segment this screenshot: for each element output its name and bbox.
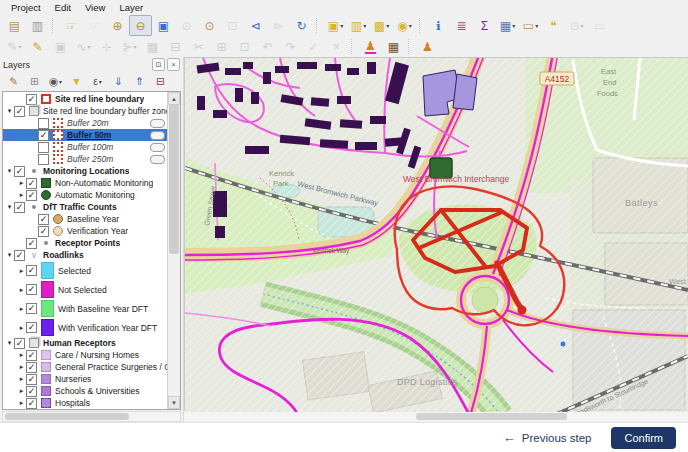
layer-visibility-checkbox[interactable]: ✓ [26, 178, 37, 189]
layer-visibility-checkbox[interactable]: ✓ [14, 106, 25, 117]
dropdown-arrow-icon[interactable]: ▾ [535, 22, 538, 29]
layer-visibility-checkbox[interactable]: ✓ [26, 322, 37, 333]
map-horizontal-scrollbar[interactable] [184, 412, 688, 421]
save-layer-edits-icon[interactable]: ▣ [49, 36, 72, 57]
layer-visibility-checkbox[interactable]: ✓ [38, 130, 49, 141]
layer-visibility-checkbox[interactable]: ✓ [26, 190, 37, 201]
street-view-person-icon[interactable]: ♟ [359, 36, 382, 57]
attribute-table-icon[interactable]: ▦▾ [496, 15, 519, 36]
menu-view[interactable]: View [78, 1, 112, 14]
statistical-summary-icon[interactable]: Σ [473, 15, 496, 36]
layer-visibility-checkbox[interactable]: ✓ [26, 386, 37, 397]
layer-visibility-checkbox[interactable]: ✓ [26, 284, 37, 295]
undo-icon[interactable]: ↶ [256, 36, 279, 57]
identify-features-icon[interactable]: ℹ [427, 15, 450, 36]
manage-map-themes-icon[interactable]: ◉▾ [45, 72, 66, 91]
layer-row[interactable]: ✓Receptor Points [3, 237, 168, 249]
layer-row[interactable]: ✓Baseline Year [3, 213, 168, 225]
dropdown-arrow-icon[interactable]: ▾ [581, 22, 584, 29]
zoom-in-icon[interactable]: ⊕ [106, 15, 129, 36]
delete-selected-icon[interactable]: ⊟ [164, 36, 187, 57]
menu-project[interactable]: Project [4, 1, 48, 14]
layer-visibility-checkbox[interactable] [38, 154, 49, 165]
dropdown-arrow-icon[interactable]: ▾ [409, 22, 412, 29]
expander-icon[interactable]: ▸ [17, 375, 26, 383]
layer-row[interactable]: ▾✓Human Receptors [3, 337, 168, 349]
layer-visibility-checkbox[interactable]: ✓ [26, 303, 37, 314]
expander-icon[interactable]: ▸ [17, 351, 26, 359]
layer-visibility-checkbox[interactable] [38, 142, 49, 153]
commit-checks-icon[interactable]: ✓ [302, 36, 325, 57]
new-project-icon[interactable]: ▤ [3, 15, 26, 36]
expander-icon[interactable]: ▸ [17, 179, 26, 187]
layer-visibility-checkbox[interactable]: ✓ [26, 265, 37, 276]
pan-map-icon[interactable]: ☞ [60, 15, 83, 36]
layer-row[interactable]: ▸✓Non-Automatic Monitoring [3, 177, 168, 189]
open-layer-styling-icon[interactable]: ✎ [3, 72, 24, 91]
cancel-edits-icon[interactable]: × [325, 36, 348, 57]
layer-row[interactable]: ▸✓Care / Nursing Homes [3, 349, 168, 361]
remove-layer-icon[interactable]: ⊟ [150, 72, 171, 91]
layer-visibility-checkbox[interactable]: ✓ [14, 338, 25, 349]
layer-row[interactable]: ✓Site red line boundary [3, 93, 168, 105]
scroll-down-icon[interactable]: ▼ [168, 396, 180, 409]
open-layout-manager-icon[interactable]: ▥ [26, 15, 49, 36]
deselect-features-icon[interactable]: ▩▾ [370, 15, 393, 36]
layer-row[interactable]: ▸✓Selected [3, 261, 168, 280]
layer-row[interactable]: ▸✓Not Selected [3, 280, 168, 299]
filter-by-expression-icon[interactable]: ε▾ [87, 72, 108, 91]
people-plugin-icon[interactable]: ♟ [416, 36, 439, 57]
layer-row[interactable]: ▸✓Hospitals [3, 397, 168, 409]
menu-layer[interactable]: Layer [112, 1, 150, 14]
layer-row[interactable]: ▸✓Automatic Monitoring [3, 189, 168, 201]
layer-visibility-checkbox[interactable]: ✓ [26, 350, 37, 361]
dropdown-arrow-icon[interactable]: ▾ [340, 22, 343, 29]
zoom-native-icon[interactable]: ⊡ [221, 15, 244, 36]
layer-visibility-checkbox[interactable]: ✓ [14, 166, 25, 177]
panel-float-icon[interactable]: ⊡ [152, 58, 165, 71]
layer-visibility-checkbox[interactable]: ✓ [26, 94, 37, 105]
map-canvas[interactable]: A4152 Kenrick Park West Bromwich Parkway… [185, 58, 688, 413]
zoom-full-icon[interactable]: ▣ [152, 15, 175, 36]
zoom-next-icon[interactable]: ⊳ [267, 15, 290, 36]
layer-row[interactable]: ▸✓Schools & Universities [3, 385, 168, 397]
map-view[interactable]: A4152 Kenrick Park West Bromwich Parkway… [184, 57, 688, 411]
layers-vertical-scrollbar[interactable]: ▲ ▼ [167, 92, 180, 409]
menu-edit[interactable]: Edit [48, 1, 78, 14]
cut-features-icon[interactable]: ✂ [187, 36, 210, 57]
dropdown-arrow-icon[interactable]: ▾ [512, 22, 515, 29]
layer-visibility-checkbox[interactable]: ✓ [38, 226, 49, 237]
layer-row[interactable]: Buffer 20m [3, 117, 168, 129]
filter-legend-icon[interactable]: ▼ [66, 72, 87, 91]
layer-visibility-checkbox[interactable] [38, 118, 49, 129]
redo-icon[interactable]: ↷ [279, 36, 302, 57]
panel-close-icon[interactable]: × [167, 58, 180, 71]
layer-row[interactable]: ▾✓DfT Traffic Counts [3, 201, 168, 213]
zoom-bookmark-icon[interactable]: ⊙▾ [565, 15, 588, 36]
expander-icon[interactable]: ▾ [5, 251, 14, 259]
zoom-to-layer-icon[interactable]: ⊙ [198, 15, 221, 36]
add-group-icon[interactable]: ⊞ [24, 72, 45, 91]
expander-icon[interactable]: ▾ [5, 107, 14, 115]
select-by-form-icon[interactable]: ▥▾ [347, 15, 370, 36]
current-edits-icon[interactable]: ✎▾ [3, 36, 26, 57]
osm-place-search-icon[interactable]: ▦ [382, 36, 405, 57]
measure-line-icon[interactable]: ▭▾ [519, 15, 542, 36]
layer-row[interactable]: ▾✓∨Roadlinks [3, 249, 168, 261]
expander-icon[interactable]: ▸ [17, 191, 26, 199]
expander-icon[interactable]: ▸ [17, 286, 26, 294]
field-calculator-icon[interactable]: ≣ [450, 15, 473, 36]
measure-scale-icon[interactable]: ▭ [588, 15, 611, 36]
expander-icon[interactable]: ▾ [5, 339, 14, 347]
toggle-editing-icon[interactable]: ✎ [26, 36, 49, 57]
layer-row[interactable]: ✓Buffer 50m [3, 129, 168, 141]
layer-row[interactable]: Buffer 250m [3, 153, 168, 165]
layer-row[interactable]: ▸✓With Verification Year DFT [3, 318, 168, 337]
layer-visibility-checkbox[interactable]: ✓ [26, 238, 37, 249]
layer-row[interactable]: ▸✓Nurseries [3, 373, 168, 385]
layer-row[interactable]: ▸✓General Practice Surgeries / Clinics [3, 361, 168, 373]
collapse-all-icon[interactable]: ⇑ [129, 72, 150, 91]
layer-visibility-checkbox[interactable]: ✓ [14, 250, 25, 261]
dropdown-arrow-icon[interactable]: ▾ [386, 22, 389, 29]
layer-visibility-checkbox[interactable]: ✓ [26, 362, 37, 373]
